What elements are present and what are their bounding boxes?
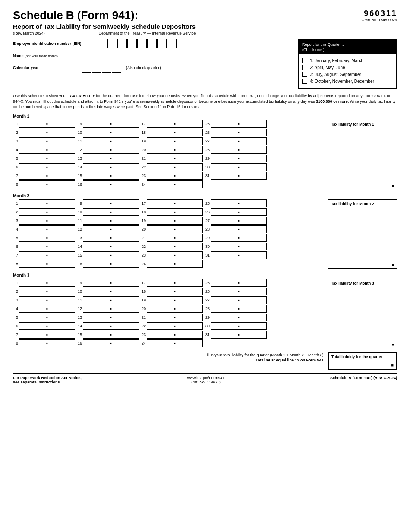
month-2-day-31[interactable]: 31 bbox=[205, 251, 267, 259]
day-input-21[interactable] bbox=[147, 155, 203, 162]
month-2-day-4[interactable]: 4 bbox=[13, 225, 75, 233]
quarter-option-3[interactable]: 3: July, August, September bbox=[302, 72, 393, 77]
day-input-3[interactable] bbox=[19, 217, 75, 225]
month-2-day-19[interactable]: 19 bbox=[141, 217, 203, 225]
quarter-checkbox-2[interactable] bbox=[302, 65, 307, 70]
day-input-1[interactable] bbox=[19, 200, 75, 207]
quarter-checkbox-3[interactable] bbox=[302, 72, 307, 77]
day-input-17[interactable] bbox=[147, 200, 203, 207]
ein-box-8[interactable] bbox=[157, 39, 167, 48]
month-2-day-13[interactable]: 13 bbox=[77, 234, 139, 242]
month-1-day-12[interactable]: 12 bbox=[77, 146, 139, 154]
day-input-8[interactable] bbox=[19, 180, 75, 188]
day-input-23[interactable] bbox=[147, 331, 203, 339]
month-3-day-23[interactable]: 23 bbox=[141, 331, 203, 339]
ein-box-4[interactable] bbox=[117, 39, 127, 48]
month-3-day-15[interactable]: 15 bbox=[77, 331, 139, 339]
day-input-26[interactable] bbox=[211, 208, 267, 216]
month-1-day-22[interactable]: 22 bbox=[141, 163, 203, 171]
day-input-13[interactable] bbox=[83, 314, 139, 321]
day-input-17[interactable] bbox=[147, 279, 203, 287]
day-input-29[interactable] bbox=[211, 155, 267, 162]
month-2-day-5[interactable]: 5 bbox=[13, 234, 75, 242]
day-input-6[interactable] bbox=[19, 243, 75, 250]
month-2-day-1[interactable]: 1 bbox=[13, 200, 75, 207]
month-1-day-30[interactable]: 30 bbox=[205, 163, 267, 171]
month-1-day-23[interactable]: 23 bbox=[141, 172, 203, 180]
month-1-day-26[interactable]: 26 bbox=[205, 129, 267, 136]
cal-box-2[interactable] bbox=[92, 63, 101, 73]
month-2-day-20[interactable]: 20 bbox=[141, 225, 203, 233]
month-3-day-16[interactable]: 16 bbox=[77, 339, 139, 347]
month-1-day-13[interactable]: 13 bbox=[77, 155, 139, 162]
month-2-day-6[interactable]: 6 bbox=[13, 243, 75, 250]
day-input-5[interactable] bbox=[19, 314, 75, 321]
total-liability-box[interactable]: Total liability for the quarter ■ bbox=[328, 352, 397, 370]
day-input-28[interactable] bbox=[211, 305, 267, 313]
day-input-4[interactable] bbox=[19, 146, 75, 154]
month-1-day-27[interactable]: 27 bbox=[205, 137, 267, 145]
month-3-liability-box[interactable]: Tax liability for Month 3■ bbox=[328, 279, 397, 348]
month-1-day-8[interactable]: 8 bbox=[13, 180, 75, 188]
month-2-day-9[interactable]: 9 bbox=[77, 200, 139, 207]
month-3-day-1[interactable]: 1 bbox=[13, 279, 75, 287]
month-2-day-25[interactable]: 25 bbox=[205, 200, 267, 207]
day-input-5[interactable] bbox=[19, 155, 75, 162]
ein-box-1[interactable] bbox=[82, 39, 91, 48]
month-2-day-10[interactable]: 10 bbox=[77, 208, 139, 216]
month-1-day-5[interactable]: 5 bbox=[13, 155, 75, 162]
month-1-day-1[interactable]: 1 bbox=[13, 120, 75, 128]
day-input-31[interactable] bbox=[211, 251, 267, 259]
month-3-day-25[interactable]: 25 bbox=[205, 279, 267, 287]
month-3-day-14[interactable]: 14 bbox=[77, 322, 139, 330]
month-1-day-17[interactable]: 17 bbox=[141, 120, 203, 128]
cal-box-4[interactable] bbox=[112, 63, 121, 73]
month-2-day-21[interactable]: 21 bbox=[141, 234, 203, 242]
day-input-11[interactable] bbox=[83, 217, 139, 225]
month-2-day-16[interactable]: 16 bbox=[77, 260, 139, 268]
cal-box-3[interactable] bbox=[102, 63, 111, 73]
ein-box-11[interactable] bbox=[187, 39, 196, 48]
day-input-17[interactable] bbox=[147, 120, 203, 128]
ein-box-12[interactable] bbox=[197, 39, 206, 48]
day-input-29[interactable] bbox=[211, 234, 267, 242]
day-input-10[interactable] bbox=[83, 129, 139, 136]
month-3-day-30[interactable]: 30 bbox=[205, 322, 267, 330]
day-input-15[interactable] bbox=[83, 331, 139, 339]
month-3-day-18[interactable]: 18 bbox=[141, 288, 203, 295]
day-input-3[interactable] bbox=[19, 137, 75, 145]
month-1-day-7[interactable]: 7 bbox=[13, 172, 75, 180]
day-input-30[interactable] bbox=[211, 243, 267, 250]
month-3-day-19[interactable]: 19 bbox=[141, 296, 203, 304]
month-1-day-10[interactable]: 10 bbox=[77, 129, 139, 136]
quarter-option-2[interactable]: 2: April, May, June bbox=[302, 65, 393, 70]
day-input-31[interactable] bbox=[211, 331, 267, 339]
month-1-day-21[interactable]: 21 bbox=[141, 155, 203, 162]
month-2-day-2[interactable]: 2 bbox=[13, 208, 75, 216]
day-input-23[interactable] bbox=[147, 251, 203, 259]
day-input-6[interactable] bbox=[19, 163, 75, 171]
day-input-9[interactable] bbox=[83, 200, 139, 207]
day-input-11[interactable] bbox=[83, 296, 139, 304]
day-input-23[interactable] bbox=[147, 172, 203, 180]
day-input-11[interactable] bbox=[83, 137, 139, 145]
day-input-7[interactable] bbox=[19, 251, 75, 259]
day-input-14[interactable] bbox=[83, 322, 139, 330]
month-3-day-31[interactable]: 31 bbox=[205, 331, 267, 339]
day-input-7[interactable] bbox=[19, 331, 75, 339]
month-2-day-30[interactable]: 30 bbox=[205, 243, 267, 250]
month-2-day-11[interactable]: 11 bbox=[77, 217, 139, 225]
month-3-day-5[interactable]: 5 bbox=[13, 314, 75, 321]
month-1-day-29[interactable]: 29 bbox=[205, 155, 267, 162]
day-input-19[interactable] bbox=[147, 137, 203, 145]
ein-box-7[interactable] bbox=[147, 39, 157, 48]
day-input-25[interactable] bbox=[211, 279, 267, 287]
ein-box-2[interactable] bbox=[92, 39, 101, 48]
month-1-day-9[interactable]: 9 bbox=[77, 120, 139, 128]
month-3-day-11[interactable]: 11 bbox=[77, 296, 139, 304]
day-input-12[interactable] bbox=[83, 146, 139, 154]
day-input-16[interactable] bbox=[83, 260, 139, 268]
month-1-day-15[interactable]: 15 bbox=[77, 172, 139, 180]
month-1-day-24[interactable]: 24 bbox=[141, 180, 203, 188]
month-3-day-17[interactable]: 17 bbox=[141, 279, 203, 287]
